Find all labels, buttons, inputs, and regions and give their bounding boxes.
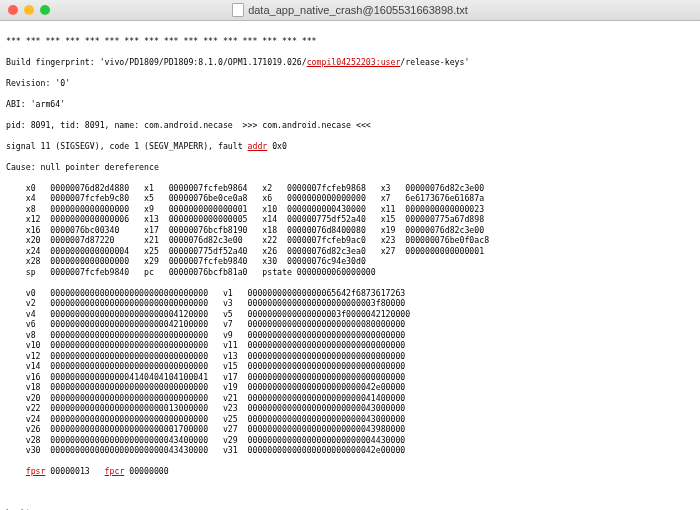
x-registers: x0 00000076d82d4880 x1 0000007fcfeb9864 … (6, 183, 694, 278)
v-reg-row: v26 00000000000000000000000001700000 v27… (6, 424, 694, 435)
x-reg-row: x4 0000007fcfeb9c80 x5 00000076be0ce0a8 … (6, 193, 694, 204)
v-reg-row: v16 00000000000000004140404104100041 v17… (6, 372, 694, 383)
titlebar: data_app_native_crash@1605531663898.txt (0, 0, 700, 21)
pid-line: pid: 8091, tid: 8091, name: com.android.… (6, 120, 694, 131)
window-title: data_app_native_crash@1605531663898.txt (0, 3, 700, 17)
v-reg-row: v10 00000000000000000000000000000000 v11… (6, 340, 694, 351)
document-content: *** *** *** *** *** *** *** *** *** *** … (0, 21, 700, 510)
build-fingerprint: Build fingerprint: 'vivo/PD1809/PD1809:8… (6, 57, 694, 68)
v-reg-row: v0 00000000000000000000000000000000 v1 0… (6, 288, 694, 299)
abi: ABI: 'arm64' (6, 99, 694, 110)
v-reg-row: v6 00000000000000000000000042100000 v7 0… (6, 319, 694, 330)
v-reg-row: v12 00000000000000000000000000000000 v13… (6, 351, 694, 362)
v-reg-row: v28 00000000000000000000000043400000 v29… (6, 435, 694, 446)
x-reg-row: x20 0000007d87220 x21 0000076d82c3e00 x2… (6, 235, 694, 246)
x-reg-row: x16 0000076bc00340 x17 00000076bcfb8190 … (6, 225, 694, 236)
v-reg-row: v30 00000000000000000000000043430000 v31… (6, 445, 694, 456)
v-reg-row: v4 00000000000000000000000004120000 v5 0… (6, 309, 694, 320)
revision: Revision: '0' (6, 78, 694, 89)
v-reg-row: v2 00000000000000000000000000000000 v3 0… (6, 298, 694, 309)
v-reg-row: v8 00000000000000000000000000000000 v9 0… (6, 330, 694, 341)
cause: Cause: null pointer dereference (6, 162, 694, 173)
x-reg-row: x0 00000076d82d4880 x1 0000007fcfeb9864 … (6, 183, 694, 194)
document-icon (232, 3, 244, 17)
x-reg-row: x28 0000000000000000 x29 0000007fcfeb984… (6, 256, 694, 267)
v-reg-row: v18 00000000000000000000000000000000 v19… (6, 382, 694, 393)
fpsr-line: fpsr 00000013 fpcr 00000000 (6, 466, 694, 477)
v-reg-row: v14 00000000000000000000000000000000 v15… (6, 361, 694, 372)
mask-line: *** *** *** *** *** *** *** *** *** *** … (6, 36, 694, 47)
x-reg-row: x8 0000000000000000 x9 0000000000000001 … (6, 204, 694, 215)
v-reg-row: v24 00000000000000000000000000000000 v25… (6, 414, 694, 425)
filename: data_app_native_crash@1605531663898.txt (248, 4, 468, 16)
v-registers: v0 00000000000000000000000000000000 v1 0… (6, 288, 694, 456)
x-reg-row: x24 0000000000000004 x25 000000775df52a4… (6, 246, 694, 257)
signal-line: signal 11 (SIGSEGV), code 1 (SEGV_MAPERR… (6, 141, 694, 152)
x-reg-row: sp 0000007fcfeb9840 pc 00000076bcfb81a0 … (6, 267, 694, 278)
x-reg-row: x12 0000000000000006 x13 000000000000000… (6, 214, 694, 225)
v-reg-row: v22 00000000000000000000000013000000 v23… (6, 403, 694, 414)
v-reg-row: v20 00000000000000000000000000000000 v21… (6, 393, 694, 404)
